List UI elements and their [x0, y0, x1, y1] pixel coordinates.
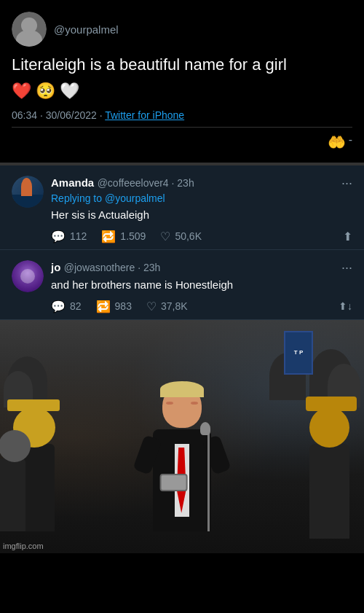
tweet-meta: 06:34 · 30/06/2022 · Twitter for iPhone [12, 109, 352, 121]
share-icon-jo[interactable]: ⬆↓ [339, 300, 352, 312]
reply-name-time: Amanda @coffeeelover4 · 23h [51, 176, 194, 190]
tweet-text: Literaleigh is a beautiful name for a gi… [12, 54, 352, 76]
reply-name: Amanda [51, 176, 94, 189]
heart-icon: ♡ [160, 230, 170, 243]
tweet-timestamp: 06:34 · 30/06/2022 · [12, 109, 105, 121]
crowd-hat-left [7, 399, 60, 411]
retweet-count-jo: 983 [115, 300, 132, 312]
comment-stat[interactable]: 💬 112 [51, 230, 87, 243]
far-left-figure [0, 458, 25, 531]
user-handle[interactable]: @yourpalmel [54, 23, 119, 36]
replying-to[interactable]: Replying to @yourpalmel [51, 192, 352, 204]
comment-icon: 💬 [51, 230, 66, 243]
reply-stats-amanda: 💬 112 🔁 1.509 ♡ 50,6K ⬆ [51, 230, 352, 243]
reply-text-jo: and her brothers name is Honestleigh [51, 277, 352, 292]
reply-handle-time: @coffeeelover4 · 23h [98, 177, 194, 189]
retweet-icon: 🔁 [101, 230, 116, 243]
tweet-actions: 🤲 - [12, 127, 352, 157]
heart-icon-jo: ♡ [146, 300, 157, 313]
reply-name-jo: jo [51, 261, 60, 273]
retweet-count: 1.509 [120, 230, 146, 242]
comment-count-jo: 82 [70, 300, 82, 312]
retweet-stat[interactable]: 🔁 1.509 [101, 230, 146, 243]
microphone-head [200, 422, 210, 435]
reply-header-jo: jo @jowasnothere · 23h ··· [51, 260, 352, 276]
tweet-emojis: ❤️ 🥺 🤍 [12, 82, 352, 101]
share-icon[interactable]: ⬆ [343, 230, 352, 243]
retweet-icon-jo: 🔁 [96, 300, 111, 313]
far-left-head [0, 430, 31, 462]
top-tweet-section: @yourpalmel Literaleigh is a beautiful n… [0, 0, 364, 163]
reply-handle-time-jo: @jowasnothere · 23h [64, 262, 161, 273]
bottom-image: T P imgflip.com [0, 320, 364, 553]
retweet-stat-jo[interactable]: 🔁 983 [96, 300, 132, 313]
comment-count: 112 [70, 230, 87, 242]
reply-header: Amanda @coffeeelover4 · 23h ··· [51, 176, 352, 191]
reply-content-amanda: Amanda @coffeeelover4 · 23h ··· Replying… [51, 176, 352, 243]
amanda-avatar [12, 176, 44, 208]
jo-avatar [12, 260, 44, 292]
like-stat[interactable]: ♡ 50,6K [160, 230, 202, 243]
tweet-source-link[interactable]: Twitter for iPhone [105, 109, 184, 121]
hands-icon: 🤲 [328, 133, 346, 151]
like-count-jo: 37,8K [161, 300, 188, 312]
reply-content-jo: jo @jowasnothere · 23h ··· and her broth… [51, 260, 352, 313]
reply-item: Amanda @coffeeelover4 · 23h ··· Replying… [0, 165, 364, 250]
reply-item-jo: jo @jowasnothere · 23h ··· and her broth… [0, 250, 364, 320]
watermark: imgflip.com [3, 542, 44, 550]
reply-name-time-jo: jo @jowasnothere · 23h [51, 261, 160, 274]
campaign-sign: T P [284, 331, 313, 375]
like-count: 50,6K [175, 230, 202, 242]
tweet-header: @yourpalmel [12, 12, 352, 47]
reply-text-amanda: Her sis is Actualeigh [51, 207, 352, 222]
microphone-stand [207, 429, 210, 531]
reply-stats-jo: 💬 82 🔁 983 ♡ 37,8K ⬆↓ [51, 300, 352, 313]
more-options-icon[interactable]: ··· [341, 176, 352, 191]
more-options-icon-jo[interactable]: ··· [341, 260, 352, 276]
replies-section: Amanda @coffeeelover4 · 23h ··· Replying… [0, 165, 364, 320]
comment-icon-jo: 💬 [51, 300, 66, 313]
dash: - [349, 133, 352, 151]
comment-stat-jo[interactable]: 💬 82 [51, 300, 82, 313]
like-stat-jo[interactable]: ♡ 37,8K [146, 300, 188, 313]
avatar-top [12, 12, 47, 47]
